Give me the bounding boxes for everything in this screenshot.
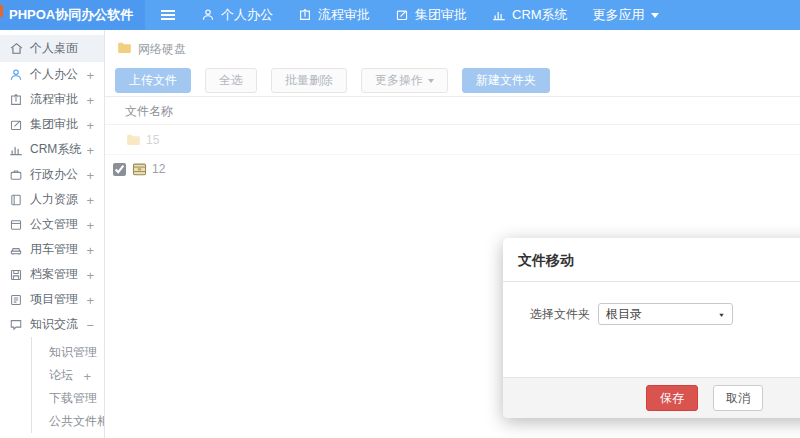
sidebar-subitem-label: 知识管理	[49, 345, 97, 359]
sidebar-item-label: 公文管理	[30, 216, 78, 233]
modal-header: 文件移动	[503, 238, 800, 282]
expand-toggle[interactable]: +	[86, 167, 94, 182]
share-icon	[298, 8, 312, 22]
car-icon	[8, 242, 24, 258]
sidebar-item-personal-office[interactable]: 个人办公 +	[0, 62, 104, 87]
sidebar-item-label: 项目管理	[30, 291, 78, 308]
notification-sliver	[0, 5, 3, 17]
caret-down-icon	[651, 13, 659, 22]
sidebar-item-label: 用车管理	[30, 241, 78, 258]
sidebar-item-personal-desktop[interactable]: 个人桌面	[0, 35, 104, 62]
file-name-link[interactable]: 15	[146, 133, 159, 147]
modal-footer: 保存 取消	[503, 377, 800, 418]
expand-toggle[interactable]: +	[86, 292, 94, 307]
folder-select-value: 根目录	[606, 306, 642, 323]
upload-file-button[interactable]: 上传文件	[115, 68, 191, 93]
top-header: PHPOA协同办公软件 个人办公 流程审批 集团审批 CRM系统	[0, 0, 800, 30]
sidebar-item-workflow-approval[interactable]: 流程审批 +	[0, 87, 104, 112]
file-move-modal: 文件移动 选择文件夹 根目录 ▼ 保存 取消	[503, 238, 800, 418]
sidebar-item-hr[interactable]: 人力资源 +	[0, 187, 104, 212]
sidebar-submenu: 知识管理 论坛 + 下载管理 公共文件柜	[31, 337, 104, 433]
sidebar-subitem-public-file-cabinet[interactable]: 公共文件柜	[32, 410, 104, 433]
briefcase-icon	[8, 167, 24, 183]
sidebar-item-crm[interactable]: CRM系统 +	[0, 137, 104, 162]
sidebar-subitem-download-mgmt[interactable]: 下载管理	[32, 387, 104, 410]
breadcrumb[interactable]: 网络硬盘	[117, 40, 800, 58]
modal-body: 选择文件夹 根目录 ▼	[503, 282, 800, 325]
sidebar-item-label: 档案管理	[30, 266, 78, 283]
sidebar-item-knowledge-exchange[interactable]: 知识交流 −	[0, 312, 104, 337]
cancel-button[interactable]: 取消	[713, 385, 763, 411]
file-table: 文件名称 15 12	[105, 96, 800, 183]
sidebar-item-vehicle-mgmt[interactable]: 用车管理 +	[0, 237, 104, 262]
save-icon	[8, 267, 24, 283]
file-row-folder-15[interactable]: 15	[105, 125, 800, 155]
batch-delete-button[interactable]: 批量删除	[271, 68, 347, 93]
nav-workflow-approval[interactable]: 流程审批	[298, 6, 370, 24]
sidebar-item-label: 个人办公	[30, 66, 78, 83]
nav-crm-system[interactable]: CRM系统	[492, 6, 568, 24]
book-icon	[8, 192, 24, 208]
file-row-file-12[interactable]: 12	[105, 155, 800, 183]
top-nav: 个人办公 流程审批 集团审批 CRM系统 更多应用	[201, 0, 684, 30]
file-checkbox[interactable]	[113, 163, 126, 176]
expand-toggle[interactable]: +	[83, 364, 91, 387]
sidebar-subitem-label: 论坛	[49, 368, 73, 382]
sidebar: 个人桌面 个人办公 + 流程审批 + 集团审批 +	[0, 30, 105, 438]
chart-icon	[8, 142, 24, 158]
file-name-column-header: 文件名称	[105, 97, 800, 125]
nav-label: CRM系统	[512, 6, 568, 24]
folder-icon	[117, 41, 132, 57]
nav-more-apps[interactable]: 更多应用	[593, 6, 659, 24]
more-actions-label: 更多操作	[375, 69, 423, 92]
sidebar-item-label: 人力资源	[30, 191, 78, 208]
expand-toggle[interactable]: +	[86, 92, 94, 107]
expand-toggle[interactable]: +	[86, 142, 94, 157]
sidebar-item-admin-office[interactable]: 行政办公 +	[0, 162, 104, 187]
caret-down-icon	[428, 79, 434, 86]
nav-label: 流程审批	[318, 6, 370, 24]
nav-group-approval[interactable]: 集团审批	[395, 6, 467, 24]
home-icon	[8, 41, 24, 57]
person-icon	[201, 8, 215, 22]
caret-down-icon: ▼	[718, 311, 725, 317]
app-logo: PHPOA协同办公软件	[0, 0, 145, 30]
sidebar-item-label: 知识交流	[30, 316, 78, 333]
sidebar-item-label: 行政办公	[30, 166, 78, 183]
save-button[interactable]: 保存	[646, 385, 698, 411]
select-all-button[interactable]: 全选	[205, 68, 257, 93]
sidebar-item-archive-mgmt[interactable]: 档案管理 +	[0, 262, 104, 287]
sidebar-subitem-knowledge-mgmt[interactable]: 知识管理	[32, 341, 104, 364]
select-folder-label: 选择文件夹	[530, 306, 590, 323]
folder-select[interactable]: 根目录 ▼	[598, 303, 733, 325]
project-icon	[8, 292, 24, 308]
chat-icon	[8, 317, 24, 333]
expand-toggle[interactable]: +	[86, 67, 94, 82]
sidebar-item-group-approval[interactable]: 集团审批 +	[0, 112, 104, 137]
sidebar-subitem-label: 公共文件柜	[49, 414, 105, 428]
sidebar-item-project-mgmt[interactable]: 项目管理 +	[0, 287, 104, 312]
file-name-link[interactable]: 12	[152, 162, 165, 176]
nav-label: 个人办公	[221, 6, 273, 24]
edit-icon	[395, 8, 409, 22]
archive-icon	[132, 163, 147, 176]
new-folder-button[interactable]: 新建文件夹	[462, 68, 550, 93]
expand-toggle[interactable]: +	[86, 117, 94, 132]
collapse-toggle[interactable]: −	[86, 317, 94, 332]
share-icon	[8, 92, 24, 108]
sidebar-item-document-mgmt[interactable]: 公文管理 +	[0, 212, 104, 237]
sidebar-item-label: 个人桌面	[30, 40, 78, 57]
sidebar-subitem-label: 下载管理	[49, 391, 97, 405]
file-toolbar: 上传文件 全选 批量删除 更多操作 新建文件夹	[115, 68, 800, 93]
breadcrumb-label: 网络硬盘	[138, 41, 186, 58]
sidebar-item-label: CRM系统	[30, 141, 81, 158]
sidebar-subitem-forum[interactable]: 论坛 +	[32, 364, 104, 387]
expand-toggle[interactable]: +	[86, 267, 94, 282]
nav-personal-office[interactable]: 个人办公	[201, 6, 273, 24]
expand-toggle[interactable]: +	[86, 217, 94, 232]
hamburger-menu-icon[interactable]	[161, 8, 175, 22]
more-actions-button[interactable]: 更多操作	[361, 68, 448, 93]
sidebar-item-label: 流程审批	[30, 91, 78, 108]
expand-toggle[interactable]: +	[86, 242, 94, 257]
expand-toggle[interactable]: +	[86, 192, 94, 207]
